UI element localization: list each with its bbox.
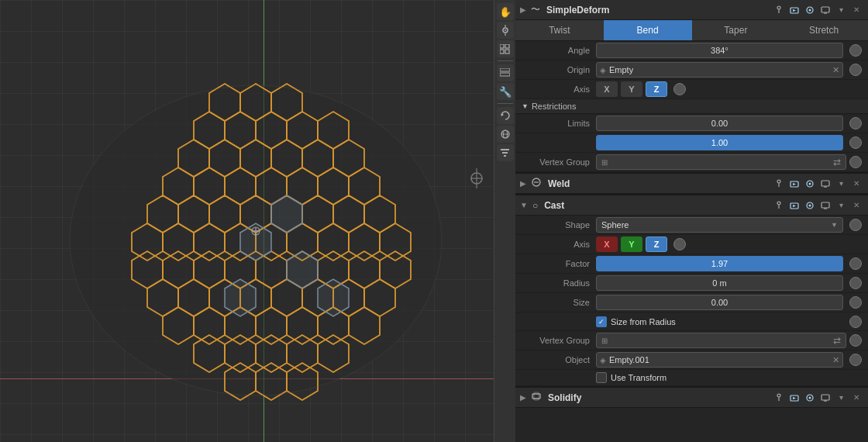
factor-dot[interactable]	[849, 257, 862, 270]
svg-point-133	[809, 396, 811, 399]
size-from-radius-dot[interactable]	[849, 316, 862, 328]
cast-type-icon: ○	[532, 200, 538, 211]
svg-point-128	[777, 394, 780, 397]
weld-camera-icon[interactable]	[787, 177, 801, 191]
limits-row-min: Limits 0.00	[515, 114, 868, 133]
axis-z-btn[interactable]: Z	[646, 81, 667, 97]
object-input[interactable]: ◈ Empty.001 ✕	[596, 352, 843, 368]
factor-value-area: 1.97	[596, 256, 862, 271]
cast-axis-dot[interactable]	[673, 238, 686, 250]
cast-dropdown-btn[interactable]: ▾	[834, 199, 848, 212]
weld-render-icon[interactable]	[803, 177, 817, 191]
weld-display-icon[interactable]	[818, 177, 832, 191]
rotate-icon[interactable]	[497, 107, 514, 124]
mod-icon-render[interactable]	[803, 3, 817, 17]
axis-buttons: X Y Z	[596, 81, 862, 97]
radius-input[interactable]: 0 m	[596, 275, 843, 291]
size-from-radius-checkbox[interactable]: Size from Radius	[596, 316, 676, 327]
use-transform-row: Use Transform	[515, 370, 868, 386]
solidify-render-icon[interactable]	[803, 391, 817, 405]
size-dot[interactable]	[849, 296, 862, 309]
mod-icon-camera[interactable]	[787, 3, 801, 17]
shape-dot[interactable]	[849, 219, 862, 231]
viewport[interactable]: ✋ 🔧	[0, 0, 515, 442]
shape-dropdown[interactable]: Sphere ▼	[596, 217, 843, 233]
tab-stretch[interactable]: Stretch	[780, 20, 868, 40]
weld-dropdown-btn[interactable]: ▾	[834, 177, 848, 191]
vertex-group-swap-cast[interactable]: ⇄	[833, 335, 841, 346]
mod-close-btn[interactable]: ✕	[849, 3, 863, 17]
move-icon[interactable]: ✋	[497, 3, 514, 20]
solidify-controls: ▾ ✕	[772, 391, 863, 405]
origin-dot[interactable]	[849, 64, 862, 76]
radius-dot[interactable]	[849, 277, 862, 289]
panel-scroll-area[interactable]: ▶ 〜 SimpleDeform ▾ ✕	[515, 0, 868, 442]
solidify-display-icon[interactable]	[818, 391, 832, 405]
cast-axis-z-btn[interactable]: Z	[646, 237, 667, 252]
object-clear-btn[interactable]: ✕	[832, 355, 839, 365]
limits-min-dot[interactable]	[849, 117, 862, 129]
tab-bend[interactable]: Bend	[604, 20, 692, 40]
vertex-group-input-cast[interactable]: ⊞ ⇄	[596, 333, 846, 348]
angle-input[interactable]: 384°	[596, 43, 843, 58]
solidify-close-btn[interactable]: ✕	[849, 391, 863, 405]
shape-dropdown-arrow: ▼	[831, 221, 838, 229]
vertex-group-input-sd[interactable]: ⊞ ⇄	[596, 154, 846, 170]
use-transform-checkbox[interactable]: Use Transform	[596, 372, 666, 383]
limits-max-dot[interactable]	[849, 136, 862, 149]
angle-dot[interactable]	[849, 44, 862, 57]
mod-icon-pin[interactable]	[772, 3, 786, 17]
camera-icon[interactable]	[497, 22, 514, 39]
solidify-name: Solidify	[548, 392, 769, 403]
grid-icon[interactable]	[497, 40, 514, 57]
svg-point-123	[809, 204, 811, 206]
axis-x-btn[interactable]: X	[596, 81, 618, 97]
cast-close-btn[interactable]: ✕	[849, 199, 863, 212]
expand-arrow[interactable]: ▶	[520, 5, 526, 14]
vertex-group-swap-sd[interactable]: ⇄	[833, 157, 841, 167]
weld-type-icon	[531, 177, 542, 190]
axis-y-btn[interactable]: Y	[621, 81, 642, 97]
wrench-icon[interactable]: 🔧	[497, 83, 514, 100]
solidify-pin-icon[interactable]	[772, 391, 786, 405]
cast-pin-icon[interactable]	[772, 199, 786, 212]
weld-pin-icon[interactable]	[772, 177, 786, 191]
solidify-camera-icon[interactable]	[787, 391, 801, 405]
cast-axis-y-btn[interactable]: Y	[621, 237, 642, 252]
vertex-group-dot-cast[interactable]	[849, 334, 862, 347]
size-from-radius-check	[596, 316, 607, 327]
cast-axis-x-btn[interactable]: X	[596, 237, 618, 252]
solidify-dropdown-btn[interactable]: ▾	[834, 391, 848, 405]
tab-twist[interactable]: Twist	[515, 20, 604, 40]
cast-camera-icon[interactable]	[787, 199, 801, 212]
restrictions-section[interactable]: ▼ Restrictions	[515, 99, 868, 114]
angle-row: Angle 384°	[515, 41, 868, 60]
svg-point-105	[809, 9, 811, 11]
cast-expand[interactable]: ▼	[520, 201, 528, 209]
filter-icon[interactable]	[497, 144, 514, 161]
vertex-group-dot-sd[interactable]	[849, 156, 862, 168]
limits-min-input[interactable]: 0.00	[596, 116, 843, 131]
object-dot[interactable]	[849, 354, 862, 366]
mod-icon-display[interactable]	[818, 3, 832, 17]
cast-display-icon[interactable]	[818, 199, 832, 212]
mod-dropdown-btn[interactable]: ▾	[834, 3, 848, 17]
origin-input[interactable]: ◈ Empty ✕	[596, 62, 843, 78]
solidify-expand[interactable]: ▶	[520, 393, 526, 402]
factor-input[interactable]: 1.97	[596, 256, 843, 271]
weld-close-btn[interactable]: ✕	[849, 177, 863, 191]
tab-taper[interactable]: Taper	[692, 20, 780, 40]
origin-row: Origin ◈ Empty ✕	[515, 60, 868, 80]
weld-expand[interactable]: ▶	[520, 179, 526, 188]
panel-icon[interactable]	[497, 64, 514, 81]
cast-render-icon[interactable]	[803, 199, 817, 212]
size-row: Size 0.00	[515, 293, 868, 313]
origin-value-area: ◈ Empty ✕	[596, 62, 862, 78]
size-input[interactable]: 0.00	[596, 295, 843, 310]
solidify-type-icon	[531, 391, 542, 404]
svg-point-118	[777, 202, 780, 205]
limits-max-input[interactable]: 1.00	[596, 135, 843, 150]
sphere-icon[interactable]	[497, 126, 514, 143]
origin-clear-btn[interactable]: ✕	[832, 65, 839, 75]
axis-dot[interactable]	[673, 83, 686, 95]
